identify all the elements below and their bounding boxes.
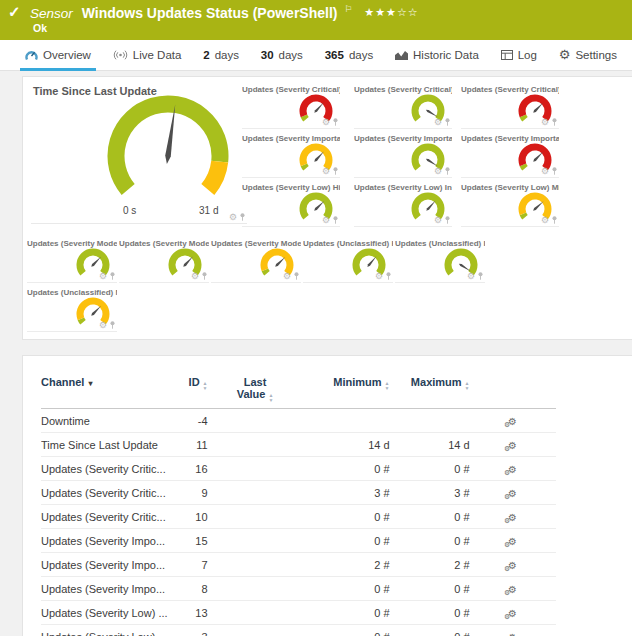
gear-icon[interactable]: ⚙ <box>541 216 549 224</box>
pin-icon[interactable] <box>552 216 557 224</box>
channel-name[interactable]: Downtime <box>41 409 168 433</box>
pin-icon[interactable] <box>445 167 450 175</box>
gear-icon[interactable]: ⚙ <box>229 213 237 221</box>
gear-icon[interactable]: ⚙ <box>434 167 442 175</box>
gauge-cell-actions: ⚙ <box>434 216 450 224</box>
channel-minimum: 14 d <box>303 433 390 457</box>
pin-icon[interactable] <box>445 118 450 126</box>
channel-name[interactable]: Updates (Severity Critic... <box>41 457 168 481</box>
channel-name[interactable]: Updates (Severity Critic... <box>41 481 168 505</box>
mini-gauge-panel[interactable]: Updates (Severity Moderate) ... ⚙ <box>211 237 301 283</box>
channel-name[interactable]: Time Since Last Update <box>41 433 168 457</box>
pin-icon[interactable] <box>478 272 483 280</box>
mini-gauge-panel[interactable]: Updates (Severity Moderate) ... ⚙ <box>27 237 117 283</box>
mini-gauge-panel[interactable]: Updates (Severity Moderate) I... ⚙ <box>119 237 209 283</box>
mini-gauge-panel[interactable]: Updates (Severity Low) Hidden ⚙ <box>242 181 340 227</box>
pin-icon[interactable] <box>110 321 115 329</box>
sort-icon: ▲▼ <box>385 381 390 390</box>
channel-name[interactable]: Updates (Severity Impo... <box>41 577 168 601</box>
edit-channel-icon[interactable]: ⚙⚙ <box>508 489 517 499</box>
column-header-id[interactable]: ID▲▼ <box>168 364 208 409</box>
pin-icon[interactable] <box>552 167 557 175</box>
column-header-last-value[interactable]: Last Value▲▼ <box>208 364 303 409</box>
mini-gauge-panel[interactable]: Updates (Severity Critical) Hi... ⚙ <box>242 83 340 129</box>
edit-channel-icon[interactable]: ⚙⚙ <box>508 585 517 595</box>
pin-icon[interactable] <box>333 118 338 126</box>
edit-channel-icon[interactable]: ⚙⚙ <box>508 513 517 523</box>
gear-icon[interactable]: ⚙ <box>467 272 475 280</box>
mini-gauge-panel[interactable]: Updates (Severity Important) ... ⚙ <box>354 132 452 178</box>
tab-2-days[interactable]: 2 days <box>198 40 244 70</box>
mini-gauge-panel[interactable]: Updates (Severity Critical) Ins... ⚙ <box>354 83 452 129</box>
channel-last-value <box>208 481 303 505</box>
gear-icon[interactable]: ⚙ <box>322 118 330 126</box>
column-header-channel[interactable]: Channel▾ <box>41 364 168 409</box>
edit-channel-icon[interactable]: ⚙⚙ <box>508 441 517 451</box>
mini-gauge-panel[interactable]: Updates (Severity Critical) Mi... ⚙ <box>461 83 559 129</box>
channel-maximum: 3 # <box>390 481 470 505</box>
edit-channel-icon[interactable]: ⚙⚙ <box>508 417 517 427</box>
channel-row: Updates (Severity Impo... 15 0 # 0 # ⚙⚙ <box>41 529 556 553</box>
main-gauge <box>93 94 243 206</box>
mini-gauge-panel[interactable]: Updates (Unclassified) Hidden ⚙ <box>303 237 393 283</box>
edit-channel-icon[interactable]: ⚙⚙ <box>508 465 517 475</box>
tab-label-number: 2 <box>203 49 209 61</box>
channel-last-value <box>208 409 303 433</box>
gear-icon[interactable]: ⚙ <box>434 118 442 126</box>
pin-icon[interactable] <box>333 167 338 175</box>
gear-icon[interactable]: ⚙ <box>541 167 549 175</box>
column-header-maximum[interactable]: Maximum▲▼ <box>390 364 470 409</box>
channel-name[interactable]: Updates (Severity Critic... <box>41 505 168 529</box>
channel-name[interactable]: Updates (Severity Low) ... <box>41 601 168 625</box>
gauge-cell-actions: ⚙ <box>283 272 299 280</box>
gear-icon[interactable]: ⚙ <box>99 321 107 329</box>
tab-historic-data[interactable]: Historic Data <box>390 40 484 70</box>
pin-icon[interactable] <box>110 272 115 280</box>
mini-gauge-panel[interactable]: Updates (Unclassified) Missing ⚙ <box>27 286 117 332</box>
tab-overview[interactable]: Overview <box>20 40 96 70</box>
channel-name[interactable]: Updates (Severity Impo... <box>41 529 168 553</box>
gauge-max-label: 31 d <box>199 205 218 216</box>
pin-icon[interactable] <box>552 118 557 126</box>
pin-icon[interactable] <box>386 272 391 280</box>
channel-last-value <box>208 505 303 529</box>
gear-icon[interactable]: ⚙ <box>322 167 330 175</box>
channel-id: -4 <box>168 409 208 433</box>
edit-channel-icon[interactable]: ⚙⚙ <box>508 633 517 636</box>
pin-icon[interactable] <box>294 272 299 280</box>
pin-icon[interactable] <box>202 272 207 280</box>
column-header-minimum[interactable]: Minimum▲▼ <box>303 364 390 409</box>
gear-icon[interactable]: ⚙ <box>434 216 442 224</box>
tab-live-data[interactable]: Live Data <box>108 40 187 70</box>
tab-365-days[interactable]: 365 days <box>320 40 378 70</box>
channel-last-value <box>208 553 303 577</box>
priority-stars[interactable]: ★★★☆☆ <box>364 6 418 18</box>
mini-gauge-panel[interactable]: Updates (Severity Important) ... ⚙ <box>242 132 340 178</box>
gear-icon[interactable]: ⚙ <box>375 272 383 280</box>
edit-channel-icon[interactable]: ⚙⚙ <box>508 561 517 571</box>
gear-icon[interactable]: ⚙ <box>191 272 199 280</box>
status-check-icon: ✓ <box>8 3 21 21</box>
priority-flag-icon[interactable]: ⚐ <box>344 4 352 14</box>
tab-log[interactable]: Log <box>496 40 542 70</box>
sort-icon: ▲▼ <box>268 393 273 402</box>
pin-icon[interactable] <box>445 216 450 224</box>
pin-icon[interactable] <box>333 216 338 224</box>
channel-minimum: 0 # <box>303 457 390 481</box>
gear-icon[interactable]: ⚙ <box>283 272 291 280</box>
channel-name[interactable]: Updates (Severity Impo... <box>41 553 168 577</box>
gear-icon[interactable]: ⚙ <box>541 118 549 126</box>
channel-name[interactable]: Updates (Severity Low) ... <box>41 625 168 636</box>
mini-gauge-panel[interactable]: Updates (Severity Important) ... ⚙ <box>461 132 559 178</box>
tab-label: Settings <box>575 49 617 61</box>
mini-gauge-panel[interactable]: Updates (Severity Low) Missi... ⚙ <box>461 181 559 227</box>
gear-icon[interactable]: ⚙ <box>99 272 107 280</box>
edit-channel-icon[interactable]: ⚙⚙ <box>508 609 517 619</box>
tab-30-days[interactable]: 30 days <box>256 40 308 70</box>
gauge-icon <box>25 50 38 60</box>
mini-gauge-panel[interactable]: Updates (Unclassified) Install... ⚙ <box>395 237 485 283</box>
mini-gauge-panel[interactable]: Updates (Severity Low) Install... ⚙ <box>354 181 452 227</box>
gear-icon[interactable]: ⚙ <box>322 216 330 224</box>
edit-channel-icon[interactable]: ⚙⚙ <box>508 537 517 547</box>
tab-settings[interactable]: ⚙ Settings <box>554 40 622 70</box>
